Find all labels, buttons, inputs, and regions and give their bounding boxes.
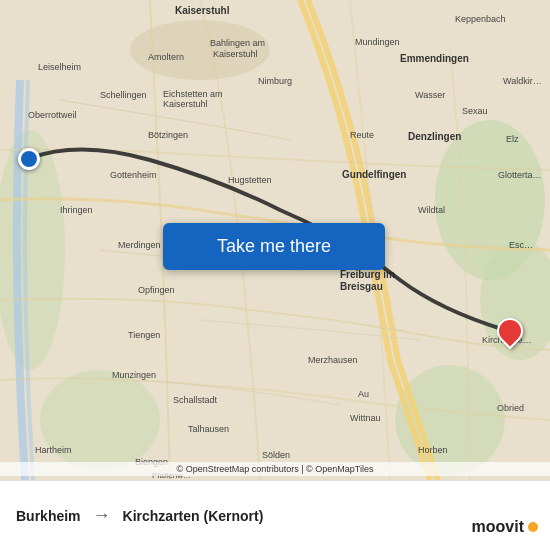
- svg-text:Kaiserstuhl: Kaiserstuhl: [213, 49, 258, 59]
- map-attribution: © OpenStreetMap contributors | © OpenMap…: [0, 462, 550, 476]
- svg-text:Talhausen: Talhausen: [188, 424, 229, 434]
- origin-marker: [18, 148, 40, 170]
- svg-text:Amoltern: Amoltern: [148, 52, 184, 62]
- svg-text:Wittnau: Wittnau: [350, 413, 381, 423]
- svg-text:Merdingen: Merdingen: [118, 240, 161, 250]
- svg-text:Au: Au: [358, 389, 369, 399]
- moovit-brand-dot: [528, 522, 538, 532]
- svg-text:Reute: Reute: [350, 130, 374, 140]
- svg-text:Hartheim: Hartheim: [35, 445, 72, 455]
- svg-text:Glotterta…: Glotterta…: [498, 170, 542, 180]
- svg-text:Breisgau: Breisgau: [340, 281, 383, 292]
- svg-text:Opfingen: Opfingen: [138, 285, 175, 295]
- svg-point-4: [40, 370, 160, 470]
- bottom-bar: Burkheim → Kirchzarten (Kernort) moovit: [0, 480, 550, 550]
- svg-text:Merzhausen: Merzhausen: [308, 355, 358, 365]
- from-location: Burkheim: [16, 508, 81, 524]
- svg-text:Oberrottweil: Oberrottweil: [28, 110, 77, 120]
- svg-text:Schellingen: Schellingen: [100, 90, 147, 100]
- svg-text:Gottenheim: Gottenheim: [110, 170, 157, 180]
- moovit-brand-text: moovit: [472, 518, 524, 536]
- svg-text:Nimburg: Nimburg: [258, 76, 292, 86]
- svg-text:Tiengen: Tiengen: [128, 330, 160, 340]
- take-me-there-button[interactable]: Take me there: [163, 223, 385, 270]
- arrow-icon: →: [93, 505, 111, 526]
- svg-text:Esc…: Esc…: [509, 240, 533, 250]
- svg-text:Sölden: Sölden: [262, 450, 290, 460]
- destination-marker: [496, 318, 524, 354]
- svg-text:Mundingen: Mundingen: [355, 37, 400, 47]
- svg-text:Bahlingen am: Bahlingen am: [210, 38, 265, 48]
- svg-text:Eichstetten am: Eichstetten am: [163, 89, 223, 99]
- svg-text:Schallstadt: Schallstadt: [173, 395, 218, 405]
- to-location: Kirchzarten (Kernort): [123, 508, 264, 524]
- destination-pin: [492, 313, 529, 350]
- svg-text:Freiburg im: Freiburg im: [340, 269, 395, 280]
- svg-text:Sexau: Sexau: [462, 106, 488, 116]
- svg-text:Kaiserstuhl: Kaiserstuhl: [163, 99, 208, 109]
- svg-text:Obried: Obried: [497, 403, 524, 413]
- svg-text:Kaiserstuhl: Kaiserstuhl: [175, 5, 230, 16]
- svg-text:Hugstetten: Hugstetten: [228, 175, 272, 185]
- svg-text:Elz: Elz: [506, 134, 519, 144]
- svg-text:Wildtal: Wildtal: [418, 205, 445, 215]
- svg-text:Ihringen: Ihringen: [60, 205, 93, 215]
- svg-text:Wasser: Wasser: [415, 90, 445, 100]
- map-container: Kaiserstuhl Keppenbach Leiselheim Amolte…: [0, 0, 550, 480]
- svg-text:Denzlingen: Denzlingen: [408, 131, 461, 142]
- svg-text:Keppenbach: Keppenbach: [455, 14, 506, 24]
- svg-text:Emmendingen: Emmendingen: [400, 53, 469, 64]
- svg-text:Leiselheim: Leiselheim: [38, 62, 81, 72]
- svg-text:Horben: Horben: [418, 445, 448, 455]
- svg-text:Munzingen: Munzingen: [112, 370, 156, 380]
- svg-text:Gundelfingen: Gundelfingen: [342, 169, 406, 180]
- moovit-logo: moovit: [472, 518, 538, 536]
- svg-text:Bötzingen: Bötzingen: [148, 130, 188, 140]
- svg-text:Waldkir…: Waldkir…: [503, 76, 542, 86]
